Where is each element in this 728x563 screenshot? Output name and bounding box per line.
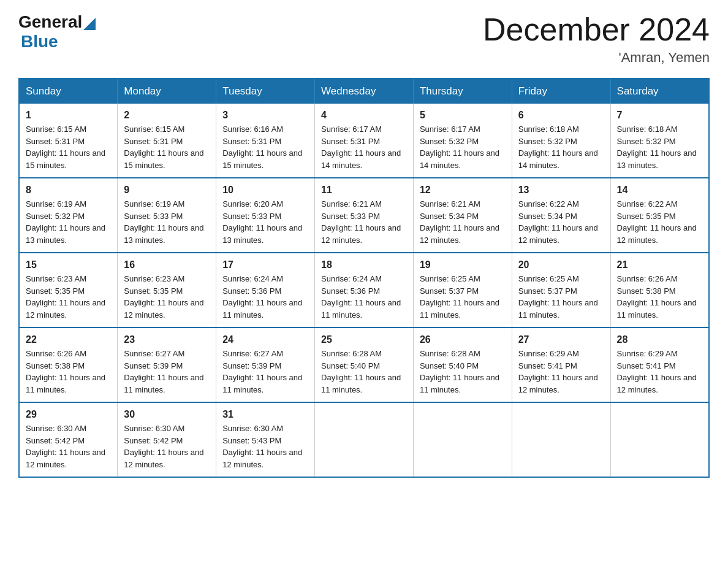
day-number: 1 xyxy=(26,110,111,121)
calendar-cell: 6 Sunrise: 6:18 AMSunset: 5:32 PMDayligh… xyxy=(512,104,610,178)
day-info: Sunrise: 6:24 AMSunset: 5:36 PMDaylight:… xyxy=(321,274,401,320)
week-row-4: 22 Sunrise: 6:26 AMSunset: 5:38 PMDaylig… xyxy=(19,327,709,402)
day-number: 5 xyxy=(420,110,506,121)
calendar-cell: 28 Sunrise: 6:29 AMSunset: 5:41 PMDaylig… xyxy=(610,327,709,402)
day-number: 31 xyxy=(222,409,308,420)
day-info: Sunrise: 6:23 AMSunset: 5:35 PMDaylight:… xyxy=(26,274,105,320)
week-row-1: 1 Sunrise: 6:15 AMSunset: 5:31 PMDayligh… xyxy=(19,104,709,178)
calendar-cell xyxy=(413,402,512,477)
calendar-cell: 2 Sunrise: 6:15 AMSunset: 5:31 PMDayligh… xyxy=(118,104,216,178)
week-row-2: 8 Sunrise: 6:19 AMSunset: 5:32 PMDayligh… xyxy=(19,178,709,253)
calendar-cell: 30 Sunrise: 6:30 AMSunset: 5:42 PMDaylig… xyxy=(118,402,216,477)
calendar-cell: 21 Sunrise: 6:26 AMSunset: 5:38 PMDaylig… xyxy=(610,253,709,327)
day-info: Sunrise: 6:16 AMSunset: 5:31 PMDaylight:… xyxy=(222,124,302,170)
day-info: Sunrise: 6:15 AMSunset: 5:31 PMDaylight:… xyxy=(26,124,105,170)
day-info: Sunrise: 6:28 AMSunset: 5:40 PMDaylight:… xyxy=(420,349,499,394)
day-info: Sunrise: 6:29 AMSunset: 5:41 PMDaylight:… xyxy=(518,349,598,394)
calendar-cell: 26 Sunrise: 6:28 AMSunset: 5:40 PMDaylig… xyxy=(413,327,512,402)
logo-blue-text: Blue xyxy=(21,32,97,52)
day-number: 18 xyxy=(321,259,407,270)
calendar-cell: 12 Sunrise: 6:21 AMSunset: 5:34 PMDaylig… xyxy=(413,178,512,253)
page-header: General Blue December 2024 'Amran, Yemen xyxy=(18,12,710,66)
day-number: 23 xyxy=(124,334,210,345)
col-wednesday: Wednesday xyxy=(315,79,414,104)
calendar-cell xyxy=(610,402,709,477)
day-number: 2 xyxy=(124,110,210,121)
day-info: Sunrise: 6:18 AMSunset: 5:32 PMDaylight:… xyxy=(617,124,697,170)
col-tuesday: Tuesday xyxy=(216,79,315,104)
day-info: Sunrise: 6:30 AMSunset: 5:43 PMDaylight:… xyxy=(222,424,302,469)
day-info: Sunrise: 6:18 AMSunset: 5:32 PMDaylight:… xyxy=(518,124,598,170)
day-info: Sunrise: 6:21 AMSunset: 5:34 PMDaylight:… xyxy=(420,199,499,245)
day-info: Sunrise: 6:29 AMSunset: 5:41 PMDaylight:… xyxy=(617,349,697,394)
calendar-cell: 17 Sunrise: 6:24 AMSunset: 5:36 PMDaylig… xyxy=(216,253,315,327)
day-number: 6 xyxy=(518,110,604,121)
calendar-cell: 13 Sunrise: 6:22 AMSunset: 5:34 PMDaylig… xyxy=(512,178,610,253)
month-title: December 2024 xyxy=(483,12,710,47)
day-info: Sunrise: 6:26 AMSunset: 5:38 PMDaylight:… xyxy=(617,274,697,320)
calendar-cell: 5 Sunrise: 6:17 AMSunset: 5:32 PMDayligh… xyxy=(413,104,512,178)
day-number: 30 xyxy=(124,409,210,420)
day-number: 16 xyxy=(124,259,210,270)
col-thursday: Thursday xyxy=(413,79,512,104)
day-info: Sunrise: 6:27 AMSunset: 5:39 PMDaylight:… xyxy=(124,349,203,394)
day-number: 29 xyxy=(26,409,111,420)
title-block: December 2024 'Amran, Yemen xyxy=(483,12,710,66)
calendar-cell: 18 Sunrise: 6:24 AMSunset: 5:36 PMDaylig… xyxy=(315,253,414,327)
day-info: Sunrise: 6:23 AMSunset: 5:35 PMDaylight:… xyxy=(124,274,203,320)
day-number: 8 xyxy=(26,185,111,196)
svg-marker-0 xyxy=(83,18,96,30)
day-number: 17 xyxy=(222,259,308,270)
day-info: Sunrise: 6:27 AMSunset: 5:39 PMDaylight:… xyxy=(222,349,302,394)
day-info: Sunrise: 6:19 AMSunset: 5:32 PMDaylight:… xyxy=(26,199,105,245)
calendar-cell: 15 Sunrise: 6:23 AMSunset: 5:35 PMDaylig… xyxy=(19,253,118,327)
day-number: 3 xyxy=(222,110,308,121)
calendar-cell: 27 Sunrise: 6:29 AMSunset: 5:41 PMDaylig… xyxy=(512,327,610,402)
calendar-cell: 29 Sunrise: 6:30 AMSunset: 5:42 PMDaylig… xyxy=(19,402,118,477)
calendar-cell: 11 Sunrise: 6:21 AMSunset: 5:33 PMDaylig… xyxy=(315,178,414,253)
day-info: Sunrise: 6:30 AMSunset: 5:42 PMDaylight:… xyxy=(26,424,105,469)
calendar-cell: 23 Sunrise: 6:27 AMSunset: 5:39 PMDaylig… xyxy=(118,327,216,402)
calendar-cell: 8 Sunrise: 6:19 AMSunset: 5:32 PMDayligh… xyxy=(19,178,118,253)
day-info: Sunrise: 6:25 AMSunset: 5:37 PMDaylight:… xyxy=(518,274,598,320)
day-number: 9 xyxy=(124,185,210,196)
day-info: Sunrise: 6:25 AMSunset: 5:37 PMDaylight:… xyxy=(420,274,499,320)
day-number: 25 xyxy=(321,334,407,345)
col-sunday: Sunday xyxy=(19,79,118,104)
calendar-cell: 4 Sunrise: 6:17 AMSunset: 5:31 PMDayligh… xyxy=(315,104,414,178)
calendar-cell: 1 Sunrise: 6:15 AMSunset: 5:31 PMDayligh… xyxy=(19,104,118,178)
day-number: 14 xyxy=(617,185,702,196)
day-info: Sunrise: 6:22 AMSunset: 5:34 PMDaylight:… xyxy=(518,199,598,245)
week-row-3: 15 Sunrise: 6:23 AMSunset: 5:35 PMDaylig… xyxy=(19,253,709,327)
day-number: 13 xyxy=(518,185,604,196)
day-number: 10 xyxy=(222,185,308,196)
location-subtitle: 'Amran, Yemen xyxy=(483,50,710,66)
day-info: Sunrise: 6:17 AMSunset: 5:32 PMDaylight:… xyxy=(420,124,499,170)
day-info: Sunrise: 6:22 AMSunset: 5:35 PMDaylight:… xyxy=(617,199,697,245)
day-info: Sunrise: 6:19 AMSunset: 5:33 PMDaylight:… xyxy=(124,199,203,245)
day-number: 20 xyxy=(518,259,604,270)
logo-general-text: General xyxy=(18,12,82,32)
day-info: Sunrise: 6:15 AMSunset: 5:31 PMDaylight:… xyxy=(124,124,203,170)
day-number: 22 xyxy=(26,334,111,345)
calendar-cell: 22 Sunrise: 6:26 AMSunset: 5:38 PMDaylig… xyxy=(19,327,118,402)
calendar-cell: 20 Sunrise: 6:25 AMSunset: 5:37 PMDaylig… xyxy=(512,253,610,327)
day-number: 26 xyxy=(420,334,506,345)
col-friday: Friday xyxy=(512,79,610,104)
day-number: 12 xyxy=(420,185,506,196)
day-number: 11 xyxy=(321,185,407,196)
logo-arrow-icon xyxy=(83,14,96,30)
calendar-cell: 24 Sunrise: 6:27 AMSunset: 5:39 PMDaylig… xyxy=(216,327,315,402)
day-number: 7 xyxy=(617,110,702,121)
calendar-cell: 10 Sunrise: 6:20 AMSunset: 5:33 PMDaylig… xyxy=(216,178,315,253)
day-number: 15 xyxy=(26,259,111,270)
day-info: Sunrise: 6:24 AMSunset: 5:36 PMDaylight:… xyxy=(222,274,302,320)
calendar-cell: 25 Sunrise: 6:28 AMSunset: 5:40 PMDaylig… xyxy=(315,327,414,402)
calendar-cell: 3 Sunrise: 6:16 AMSunset: 5:31 PMDayligh… xyxy=(216,104,315,178)
week-row-5: 29 Sunrise: 6:30 AMSunset: 5:42 PMDaylig… xyxy=(19,402,709,477)
day-number: 24 xyxy=(222,334,308,345)
day-info: Sunrise: 6:20 AMSunset: 5:33 PMDaylight:… xyxy=(222,199,302,245)
calendar-cell xyxy=(315,402,414,477)
day-info: Sunrise: 6:30 AMSunset: 5:42 PMDaylight:… xyxy=(124,424,203,469)
col-saturday: Saturday xyxy=(610,79,709,104)
